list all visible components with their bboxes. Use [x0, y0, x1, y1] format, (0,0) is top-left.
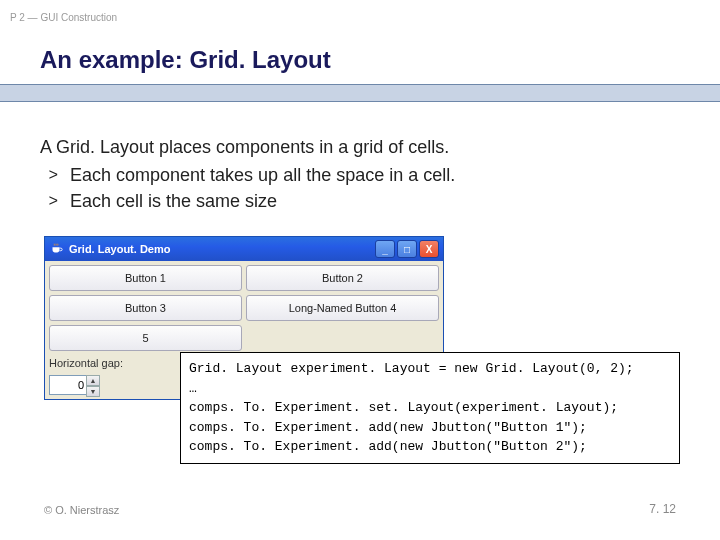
window-buttons: _ □ X — [375, 240, 439, 258]
grid-button-5[interactable]: 5 — [49, 325, 242, 351]
slide: P 2 — GUI Construction An example: Grid.… — [0, 0, 720, 540]
grid-empty-cell — [246, 325, 439, 351]
bullet-item: > Each component takes up all the space … — [40, 162, 680, 188]
code-line: comps. To. Experiment. add(new Jbutton("… — [189, 420, 587, 435]
lead-sentence: A Grid. Layout places components in a gr… — [40, 134, 680, 160]
grid-button-1[interactable]: Button 1 — [49, 265, 242, 291]
bullet-item: > Each cell is the same size — [40, 188, 680, 214]
chevron-up-icon[interactable]: ▲ — [86, 375, 100, 386]
hgap-spinner[interactable]: 0 ▲▼ — [49, 375, 87, 395]
grid-button-3[interactable]: Button 3 — [49, 295, 242, 321]
footer-copyright: © O. Nierstrasz — [44, 504, 119, 516]
titlebar[interactable]: Grid. Layout. Demo _ □ X — [45, 237, 443, 261]
body-text: A Grid. Layout places components in a gr… — [40, 134, 680, 214]
bullet-marker: > — [40, 162, 58, 188]
spinner-arrows[interactable]: ▲▼ — [86, 375, 100, 397]
code-line: comps. To. Experiment. add(new Jbutton("… — [189, 439, 587, 454]
code-line: comps. To. Experiment. set. Layout(exper… — [189, 400, 618, 415]
minimize-button[interactable]: _ — [375, 240, 395, 258]
hgap-value: 0 — [78, 379, 84, 391]
page-title: An example: Grid. Layout — [40, 46, 331, 74]
grid-button-4[interactable]: Long-Named Button 4 — [246, 295, 439, 321]
close-button[interactable]: X — [419, 240, 439, 258]
bullet-text: Each cell is the same size — [70, 188, 277, 214]
footer-page-number: 7. 12 — [649, 502, 676, 516]
window-title: Grid. Layout. Demo — [69, 243, 375, 255]
code-block: Grid. Layout experiment. Layout = new Gr… — [180, 352, 680, 464]
grid-buttons: Button 1 Button 2 Button 3 Long-Named Bu… — [49, 265, 439, 351]
breadcrumb: P 2 — GUI Construction — [10, 12, 117, 23]
chevron-down-icon[interactable]: ▼ — [86, 386, 100, 397]
java-icon — [49, 242, 63, 256]
maximize-button[interactable]: □ — [397, 240, 417, 258]
divider-bar — [0, 84, 720, 102]
bullet-text: Each component takes up all the space in… — [70, 162, 455, 188]
code-line: … — [189, 381, 197, 396]
code-line: Grid. Layout experiment. Layout = new Gr… — [189, 361, 634, 376]
bullet-marker: > — [40, 188, 58, 214]
grid-button-2[interactable]: Button 2 — [246, 265, 439, 291]
hgap-label: Horizontal gap: — [49, 357, 123, 369]
